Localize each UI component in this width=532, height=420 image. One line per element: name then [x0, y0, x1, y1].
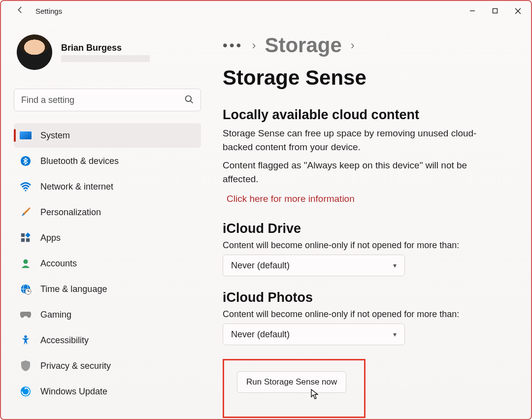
svg-rect-7 [20, 131, 32, 139]
person-icon [20, 258, 32, 269]
cloud-content-heading: Locally available cloud content [223, 107, 504, 123]
sidebar-item-label: Apps [40, 233, 61, 243]
app-title: Settings [35, 7, 62, 15]
profile-block[interactable]: Brian Burgess [14, 34, 201, 70]
search-wrap [14, 89, 201, 111]
cursor-icon [311, 389, 320, 400]
close-button[interactable] [506, 3, 529, 19]
sidebar: Brian Burgess System [1, 21, 208, 419]
wifi-icon [20, 181, 32, 193]
cloud-desc-1: Storage Sense can free up space by remov… [223, 127, 504, 154]
system-icon [20, 129, 32, 141]
update-icon [20, 386, 32, 397]
dropdown-value: Never (default) [231, 329, 290, 340]
chevron-down-icon: ▾ [393, 261, 397, 269]
sidebar-item-label: Personalization [40, 207, 101, 218]
sidebar-item-windows-update[interactable]: Windows Update [14, 379, 201, 404]
main-content: ••• › Storage › Storage Sense Locally av… [208, 21, 531, 419]
maximize-button[interactable] [484, 3, 506, 19]
sidebar-item-label: Accessibility [40, 335, 89, 346]
breadcrumb: ••• › Storage › Storage Sense [223, 33, 504, 90]
search-icon [184, 95, 194, 106]
svg-point-14 [23, 259, 28, 264]
nav-list: System Bluetooth & devices Network & int… [14, 123, 201, 404]
icloud-drive-heading: iCloud Drive [223, 221, 504, 236]
clock-globe-icon [20, 283, 32, 295]
svg-point-4 [186, 96, 192, 102]
body: Brian Burgess System [1, 21, 531, 419]
more-info-link[interactable]: Click here for more information [227, 194, 355, 204]
svg-rect-12 [21, 238, 25, 242]
sidebar-item-label: Accounts [40, 258, 77, 269]
run-storage-sense-button[interactable]: Run Storage Sense now [237, 371, 346, 393]
sidebar-item-label: Gaming [40, 310, 71, 320]
icloud-photos-dropdown[interactable]: Never (default) ▾ [223, 323, 405, 345]
profile-name: Brian Burgess [61, 43, 150, 53]
breadcrumb-parent[interactable]: Storage [265, 33, 341, 57]
icloud-photos-sub: Content will become online-only if not o… [223, 309, 504, 320]
brush-icon [20, 206, 32, 218]
sidebar-item-system[interactable]: System [14, 123, 201, 148]
sidebar-item-label: Network & internet [40, 182, 113, 192]
accessibility-icon [20, 334, 32, 346]
profile-subline [61, 55, 150, 62]
icloud-drive-dropdown[interactable]: Never (default) ▾ [223, 255, 405, 276]
chevron-right-icon: › [351, 38, 355, 52]
icloud-photos-heading: iCloud Photos [223, 290, 504, 305]
sidebar-item-label: Privacy & security [40, 361, 111, 371]
svg-rect-13 [26, 238, 30, 242]
apps-icon [20, 232, 32, 244]
sidebar-item-accessibility[interactable]: Accessibility [14, 328, 201, 353]
svg-rect-10 [21, 233, 25, 237]
sidebar-item-label: Bluetooth & devices [40, 156, 119, 166]
breadcrumb-ellipsis[interactable]: ••• [223, 37, 243, 53]
sidebar-item-label: Time & language [40, 284, 107, 294]
settings-window: Settings Brian Burgess [0, 0, 532, 420]
dropdown-value: Never (default) [231, 260, 290, 271]
profile-text: Brian Burgess [61, 43, 150, 62]
minimize-button[interactable] [461, 3, 484, 19]
sidebar-item-label: System [40, 130, 70, 141]
sidebar-item-gaming[interactable]: Gaming [14, 302, 201, 327]
sidebar-item-network[interactable]: Network & internet [14, 174, 201, 199]
sidebar-item-personalization[interactable]: Personalization [14, 200, 201, 225]
svg-rect-1 [493, 9, 498, 13]
bluetooth-icon [20, 155, 32, 167]
breadcrumb-current: Storage Sense [223, 66, 366, 90]
svg-point-22 [24, 335, 27, 338]
titlebar-left: Settings [7, 5, 62, 17]
sidebar-item-time-language[interactable]: Time & language [14, 277, 201, 301]
sidebar-item-label: Windows Update [40, 387, 107, 397]
cloud-desc-2: Content flagged as "Always keep on this … [223, 159, 504, 186]
sidebar-item-apps[interactable]: Apps [14, 226, 201, 250]
sidebar-item-bluetooth[interactable]: Bluetooth & devices [14, 149, 201, 173]
svg-rect-11 [25, 232, 30, 237]
chevron-right-icon: › [252, 38, 256, 52]
sidebar-item-privacy[interactable]: Privacy & security [14, 354, 201, 378]
back-arrow-icon[interactable] [16, 5, 25, 17]
search-input[interactable] [14, 89, 201, 111]
chevron-down-icon: ▾ [393, 330, 397, 338]
window-controls [461, 3, 529, 19]
gamepad-icon [20, 309, 32, 321]
sidebar-item-accounts[interactable]: Accounts [14, 251, 201, 276]
icloud-drive-sub: Content will become online-only if not o… [223, 240, 504, 251]
svg-point-9 [25, 190, 26, 191]
shield-icon [20, 360, 32, 372]
avatar [17, 34, 52, 70]
annotation-highlight-box: Run Storage Sense now [223, 359, 366, 418]
titlebar: Settings [1, 1, 531, 21]
svg-line-5 [191, 101, 193, 103]
